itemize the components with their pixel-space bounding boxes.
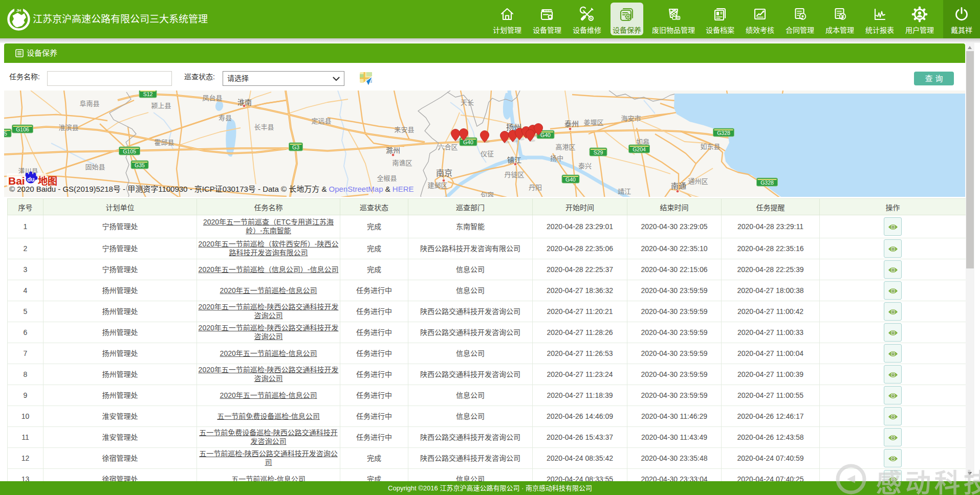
svg-text:建邺区: 建邺区 [427,182,447,189]
svg-text:G328: G328 [760,179,774,186]
svg-text:全椒县: 全椒县 [377,174,397,182]
svg-text:六合区: 六合区 [438,143,458,151]
svg-text:定远县: 定远县 [311,117,331,125]
svg-text:南谯区: 南谯区 [392,159,412,167]
svg-text:寿县: 寿县 [219,114,232,122]
svg-text:阜南县: 阜南县 [79,100,99,107]
svg-text:G106: G106 [16,126,29,132]
svg-text:凤台县: 凤台县 [202,94,222,102]
svg-text:天长: 天长 [461,99,474,106]
svg-text:泰兴: 泰兴 [578,162,592,170]
svg-text:S29: S29 [594,149,603,155]
svg-text:© 2020 Baidu - GS(2019)5218号 -: © 2020 Baidu - GS(2019)5218号 - 甲测资字11009… [9,185,414,193]
svg-text:姜堰区: 姜堰区 [583,119,603,126]
svg-text:如东县: 如东县 [700,143,720,150]
svg-text:G328: G328 [717,130,730,136]
svg-text:句容: 句容 [481,191,494,197]
svg-text:S12: S12 [143,91,153,97]
svg-text:丹阳: 丹阳 [529,184,542,191]
svg-text:泰州: 泰州 [564,120,579,128]
svg-text:G40: G40 [565,176,576,183]
svg-text:长丰县: 长丰县 [254,123,274,131]
svg-text:345: 345 [4,130,7,137]
svg-text:丹徒区: 丹徒区 [504,171,524,178]
svg-text:南京: 南京 [436,169,452,177]
svg-text:南通: 南通 [671,182,686,190]
svg-text:G35: G35 [135,162,145,168]
svg-text:JH: JH [16,8,21,13]
svg-text:固始县: 固始县 [85,163,105,171]
svg-text:淮滨县: 淮滨县 [58,124,78,131]
svg-text:海安市: 海安市 [621,115,641,122]
svg-text:G204: G204 [633,146,646,152]
svg-text:G105: G105 [123,148,136,154]
svg-text:扬中: 扬中 [550,154,563,162]
svg-text:颍上县: 颍上县 [151,102,171,109]
svg-text:du: du [27,176,35,183]
svg-text:通州区: 通州区 [688,177,708,185]
svg-text:仪征: 仪征 [481,150,494,158]
svg-text:来安县: 来安县 [394,126,414,133]
svg-text:G3: G3 [292,144,299,150]
svg-text:高港区: 高港区 [555,143,575,151]
svg-text:霍邱县: 霍邱县 [154,139,174,146]
svg-text:靖江: 靖江 [618,188,631,195]
